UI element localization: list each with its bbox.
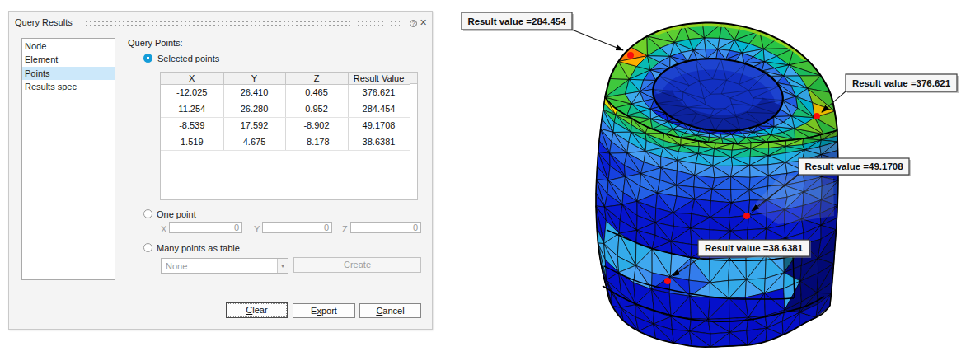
svg-text:Result value =376.621: Result value =376.621 bbox=[852, 78, 951, 88]
svg-text:Result value =38.6381: Result value =38.6381 bbox=[705, 243, 804, 253]
svg-text:Result value =284.454: Result value =284.454 bbox=[467, 16, 566, 26]
svg-text:Result value =49.1708: Result value =49.1708 bbox=[804, 162, 903, 171]
